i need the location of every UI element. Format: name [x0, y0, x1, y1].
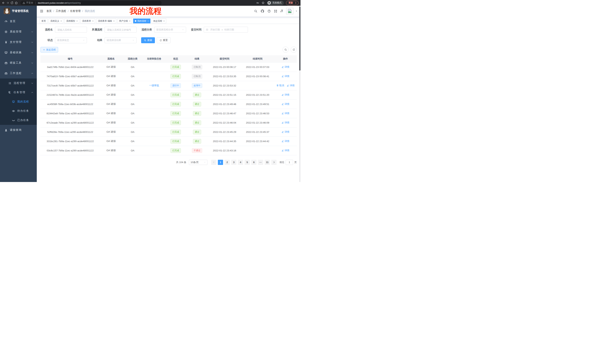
key-icon[interactable]	[256, 1, 259, 4]
app-logo[interactable]: 芋道管理系统	[0, 6, 37, 16]
task-link[interactable]: 一级审批	[149, 84, 159, 87]
font-size-icon[interactable]: tT	[280, 10, 283, 13]
close-icon[interactable]: ×	[148, 20, 149, 22]
tab-发起流程[interactable]: 发起流程×	[151, 19, 166, 23]
date-range-picker[interactable]: 开始日期 - 结束日期	[204, 27, 248, 33]
url-bar[interactable]: 不安全 dashboard.yudao.iocoder.cn/bpm/task/…	[20, 1, 161, 5]
back-icon[interactable]	[2, 1, 5, 4]
detail-link[interactable]: 详情	[281, 140, 289, 143]
close-icon[interactable]: ×	[60, 20, 62, 22]
avatar[interactable]	[286, 8, 293, 14]
result-select[interactable]: 请选择流结果	[105, 37, 137, 43]
status-cell: 已完成	[165, 118, 186, 127]
process-id: 2152467e-7b9b-11ec-9a1b-acde48001122	[40, 90, 100, 99]
category-select[interactable]: 请选择流程分类	[154, 27, 186, 33]
close-icon[interactable]: ×	[163, 20, 165, 22]
detail-link[interactable]: 详情	[287, 84, 295, 87]
prev-page-button[interactable]	[211, 160, 216, 165]
breadcrumb-item[interactable]: 工作流程	[56, 10, 66, 13]
result-badge: 通过	[193, 102, 201, 106]
breadcrumb-item[interactable]: 首页	[46, 10, 52, 13]
sidebar-item-dev-tools[interactable]: 研发工具	[0, 58, 37, 68]
sidebar-item-task-management[interactable]: 任务管理	[0, 88, 37, 97]
page-button-3[interactable]: 3	[231, 160, 236, 165]
sidebar-item-payment-management[interactable]: 支付管理	[0, 37, 37, 47]
chevron-up-icon	[31, 72, 33, 75]
reload-icon[interactable]	[10, 1, 14, 4]
column-header: 结果	[186, 55, 208, 62]
page-size-select[interactable]: 10条/页	[189, 160, 208, 165]
gear-icon	[4, 30, 8, 33]
detail-link[interactable]: 详情	[281, 149, 289, 152]
page-button-11[interactable]: 11	[265, 160, 270, 165]
detail-link[interactable]: 详情	[281, 130, 289, 134]
refresh-table-button[interactable]	[291, 47, 297, 53]
goto-page-input[interactable]	[286, 160, 293, 165]
result-cell: 处理中	[186, 81, 208, 90]
tab-流程模型[interactable]: 流程模型×	[64, 19, 79, 23]
page-button-4[interactable]: 4	[238, 160, 243, 165]
page-button-2[interactable]: 2	[225, 160, 230, 165]
close-icon[interactable]: ×	[92, 20, 93, 22]
scrollbar[interactable]	[299, 6, 300, 182]
sidebar-item-infrastructure[interactable]: 基础设施	[0, 47, 37, 58]
process-id: 819442e8-7b9a-11ec-a290-acde48001122	[40, 109, 100, 118]
security-label: 不安全	[26, 1, 33, 4]
detail-link[interactable]: 详情	[281, 121, 289, 124]
collapse-menu-icon[interactable]	[40, 9, 43, 13]
tab-我的流程[interactable]: 我的流程×	[133, 19, 150, 23]
avatar-caret-icon[interactable]	[295, 10, 298, 12]
sidebar-item-system-management[interactable]: 系统管理	[0, 27, 37, 37]
search-icon[interactable]	[254, 10, 257, 13]
detail-link[interactable]: 详情	[281, 65, 289, 69]
robot-icon	[12, 100, 15, 103]
tab-流程表单-编辑[interactable]: 流程表单-编辑×	[96, 19, 116, 23]
owner-process-input[interactable]	[105, 27, 137, 33]
browser-menu-icon[interactable]: ⋮	[295, 2, 297, 4]
sidebar-item-process-management[interactable]: 流程管理	[0, 78, 37, 88]
forward-icon[interactable]	[6, 1, 9, 4]
sidebar-item-todo-tasks[interactable]: 待办任务	[0, 106, 37, 115]
page-button-1[interactable]: 1	[218, 160, 223, 165]
search-button[interactable]: 搜索	[141, 37, 155, 43]
detail-link[interactable]: 详情	[281, 75, 289, 78]
github-icon[interactable]	[260, 9, 264, 13]
column-header: 流程名	[100, 55, 122, 62]
detail-link[interactable]: 详情	[281, 102, 289, 106]
close-icon[interactable]: ×	[129, 20, 130, 22]
sidebar-item-home[interactable]: 首页	[0, 16, 37, 27]
tab-流程表单[interactable]: 流程表单×	[80, 19, 95, 23]
breadcrumb-item[interactable]: 任务管理	[70, 10, 80, 13]
tab-用户分组[interactable]: 用户分组×	[117, 19, 132, 23]
home-icon[interactable]	[15, 1, 18, 4]
process-category: OA	[122, 146, 143, 155]
sidebar-item-my-process[interactable]: 我的流程	[0, 97, 37, 106]
close-icon[interactable]: ×	[76, 20, 78, 22]
next-page-button[interactable]	[271, 160, 277, 165]
sidebar-item-done-tasks[interactable]: 已办任务	[0, 115, 37, 125]
create-process-button[interactable]: 发起流程	[40, 47, 58, 52]
sidebar-item-workflow[interactable]: 工作流程	[0, 68, 37, 78]
page-button-5[interactable]: 5	[245, 160, 250, 165]
result-badge: 通过	[193, 93, 201, 97]
scrollbar-thumb[interactable]	[299, 7, 300, 70]
owner-process-label: 所属流程	[91, 28, 102, 31]
bookmark-star-icon[interactable]	[261, 1, 265, 4]
reset-button[interactable]: 重置	[157, 37, 170, 43]
submit-time: 2022-01-22 23:53:32	[208, 81, 241, 90]
more-pages-button[interactable]: ···	[258, 160, 263, 165]
cancel-link[interactable]: 取消	[276, 84, 284, 87]
close-icon[interactable]: ×	[113, 20, 114, 22]
process-name-input[interactable]	[55, 27, 87, 33]
help-icon[interactable]	[267, 10, 271, 13]
tab-首页[interactable]: 首页	[40, 19, 48, 23]
toggle-search-button[interactable]	[282, 47, 289, 53]
tab-流程定义[interactable]: 流程定义×	[49, 19, 63, 23]
page-button-6[interactable]: 6	[251, 160, 257, 165]
detail-link[interactable]: 详情	[281, 93, 289, 96]
detail-link[interactable]: 详情	[281, 112, 289, 115]
status-select[interactable]: 请选择状态	[55, 37, 87, 43]
browser-update-button[interactable]: 更新 ⋮	[286, 1, 299, 5]
sidebar-item-leave-query[interactable]: 请假查询	[0, 125, 37, 135]
fullscreen-icon[interactable]	[274, 10, 277, 13]
